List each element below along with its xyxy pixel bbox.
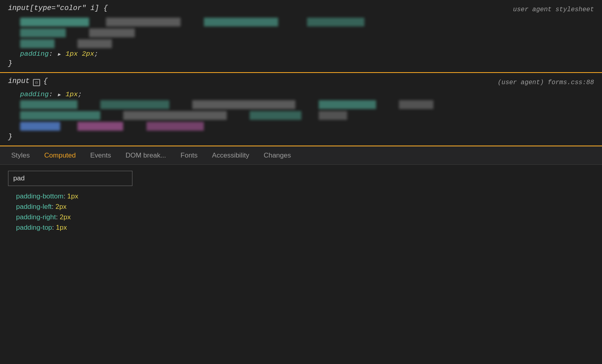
- selector-text-2: input: [8, 77, 30, 85]
- blurred-prop-2: [20, 28, 594, 37]
- tab-dom-break[interactable]: DOM break...: [118, 148, 173, 164]
- comp-prop-colon-1: :: [52, 203, 54, 210]
- comp-prop-colon-3: :: [52, 224, 54, 231]
- filter-input-wrapper: [8, 171, 594, 186]
- prop-semi-1: ;: [94, 50, 98, 58]
- comp-prop-value-0: 1px: [67, 192, 78, 200]
- prop-colon-2: :: [49, 91, 53, 98]
- blurred-prop-3: [20, 39, 594, 48]
- tabs-bar: Styles Computed Events DOM break... Font…: [0, 146, 602, 165]
- computed-prop-padding-right: padding-right: 2px: [16, 213, 594, 221]
- rule-properties-2: padding: ▶ 1px;: [8, 91, 594, 131]
- tab-fonts[interactable]: Fonts: [173, 148, 205, 164]
- prop-name-padding-2: padding: [20, 91, 49, 98]
- comp-prop-value-2: 2px: [60, 213, 71, 221]
- rule-selector-1: input[type="color" i] {: [8, 4, 108, 12]
- rule-selector-row-1: input[type="color" i] { user agent style…: [8, 4, 594, 15]
- tab-styles[interactable]: Styles: [4, 148, 37, 164]
- comp-prop-name-0: padding-bottom: [16, 192, 63, 200]
- tab-computed[interactable]: Computed: [37, 148, 83, 164]
- prop-semi-2: ;: [78, 91, 82, 98]
- rule-source-2: (user agent) forms.css:88: [498, 79, 594, 86]
- prop-colon-1: :: [49, 50, 53, 58]
- open-brace-2: {: [43, 77, 48, 85]
- padding-property-2[interactable]: padding: ▶ 1px;: [20, 91, 594, 98]
- css-rule-block-2: input ⊟ { (user agent) forms.css:88 padd…: [0, 73, 602, 146]
- blurred-prop-b2-1: [20, 100, 594, 109]
- selector-main-2: input ⊟ {: [8, 77, 48, 88]
- comp-prop-name-3: padding-top: [16, 224, 52, 231]
- blurred-prop-1: [20, 18, 594, 26]
- close-brace-2: }: [8, 133, 594, 141]
- close-brace-1: }: [8, 59, 594, 67]
- prop-triangle-1: ▶: [58, 51, 61, 57]
- rule-selector-2: input: [8, 77, 30, 85]
- comp-prop-value-1: 2px: [55, 203, 66, 210]
- css-rule-block-1: input[type="color" i] { user agent style…: [0, 0, 602, 73]
- blurred-prop-b2-3: [20, 122, 594, 131]
- comp-prop-colon-0: :: [63, 192, 65, 200]
- rule-properties-1: padding: ▶ 1px 2px;: [8, 18, 594, 58]
- rule-source-1: user agent stylesheet: [513, 6, 594, 13]
- rule-selector-row-2: input ⊟ { (user agent) forms.css:88: [8, 77, 594, 88]
- tab-changes[interactable]: Changes: [256, 148, 298, 164]
- css-rules-panel: input[type="color" i] { user agent style…: [0, 0, 602, 146]
- comp-prop-name-2: padding-right: [16, 213, 56, 221]
- comp-prop-name-1: padding-left: [16, 203, 52, 210]
- padding-property-1[interactable]: padding: ▶ 1px 2px;: [20, 50, 594, 58]
- prop-value-2: 1px: [65, 91, 78, 98]
- prop-triangle-2: ▶: [58, 92, 61, 98]
- prop-value-1: 1px 2px: [65, 50, 94, 58]
- computed-prop-padding-top: padding-top: 1px: [16, 224, 594, 232]
- filter-input[interactable]: [8, 171, 132, 186]
- tab-events[interactable]: Events: [83, 148, 118, 164]
- selector-text-1: input[type="color" i] {: [8, 4, 108, 12]
- computed-panel: padding-bottom: 1px padding-left: 2px pa…: [0, 165, 602, 364]
- element-icon-2: ⊟: [33, 79, 40, 86]
- devtools-panel: input[type="color" i] { user agent style…: [0, 0, 602, 364]
- computed-prop-padding-left: padding-left: 2px: [16, 203, 594, 211]
- comp-prop-value-3: 1px: [56, 224, 67, 231]
- computed-properties: padding-bottom: 1px padding-left: 2px pa…: [8, 192, 594, 232]
- computed-prop-padding-bottom: padding-bottom: 1px: [16, 192, 594, 200]
- blurred-prop-b2-2: [20, 111, 594, 120]
- tab-accessibility[interactable]: Accessibility: [205, 148, 256, 164]
- prop-name-padding-1: padding: [20, 50, 49, 58]
- comp-prop-colon-2: :: [56, 213, 58, 221]
